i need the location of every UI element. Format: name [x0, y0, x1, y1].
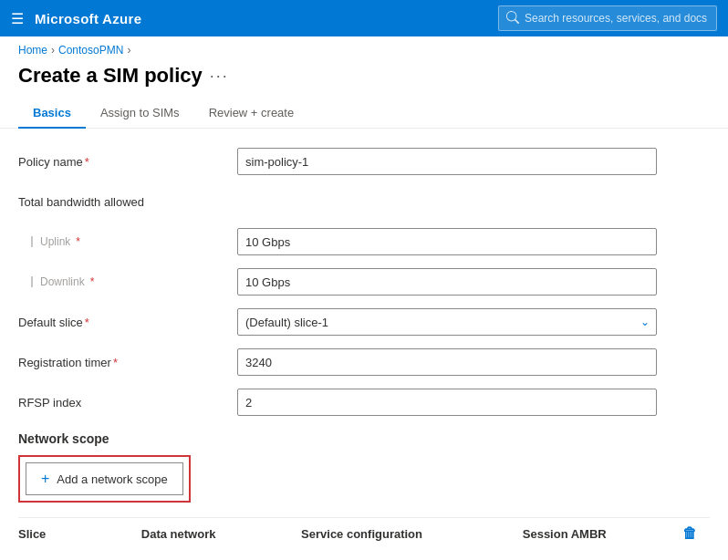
breadcrumb: Home › ContosoPMN › — [0, 36, 728, 60]
menu-icon[interactable]: ☰ — [11, 10, 24, 27]
bandwidth-label-row: Total bandwidth allowed — [18, 187, 710, 216]
rfsp-index-input[interactable] — [237, 389, 657, 416]
page-header: Create a SIM policy ··· — [0, 60, 728, 99]
breadcrumb-separator-2: › — [127, 44, 130, 57]
policy-name-row: Policy name* — [18, 147, 710, 176]
th-session-ambr: Session AMBR — [523, 527, 682, 541]
table-header: Slice Data network Service configuration… — [18, 517, 710, 549]
search-bar[interactable] — [498, 5, 717, 31]
search-input[interactable] — [525, 12, 709, 25]
uplink-label: Uplink* — [18, 235, 237, 248]
form-content: Policy name* Total bandwidth allowed Upl… — [0, 129, 728, 560]
policy-name-label: Policy name* — [18, 155, 237, 169]
th-actions: 🗑 — [682, 525, 710, 542]
uplink-input[interactable] — [237, 228, 657, 255]
th-service-configuration: Service configuration — [301, 527, 523, 541]
bandwidth-label: Total bandwidth allowed — [18, 195, 237, 209]
th-slice: Slice — [18, 527, 141, 541]
search-icon — [506, 11, 519, 26]
default-slice-label: Default slice* — [18, 316, 237, 329]
breadcrumb-home[interactable]: Home — [18, 44, 47, 57]
breadcrumb-contosopmn[interactable]: ContosoPMN — [58, 44, 123, 57]
rfsp-index-label: RFSP index — [18, 396, 237, 410]
plus-icon: + — [41, 471, 49, 487]
app-title: Microsoft Azure — [35, 11, 141, 26]
breadcrumb-separator-1: › — [51, 44, 55, 57]
th-data-network: Data network — [141, 527, 301, 541]
add-network-scope-button[interactable]: + Add a network scope — [26, 462, 183, 495]
default-slice-select-wrapper: (Default) slice-1 ⌄ — [237, 308, 657, 336]
downlink-label: Downlink* — [18, 275, 237, 288]
registration-timer-input[interactable] — [237, 348, 657, 376]
page-title: Create a SIM policy — [18, 64, 203, 88]
registration-timer-label: Registration timer* — [18, 356, 237, 369]
add-network-scope-label: Add a network scope — [57, 472, 167, 486]
registration-timer-row: Registration timer* — [18, 347, 710, 377]
topbar: ☰ Microsoft Azure — [0, 0, 728, 36]
trash-icon[interactable]: 🗑 — [682, 525, 697, 541]
page-options-button[interactable]: ··· — [210, 67, 229, 86]
default-slice-select[interactable]: (Default) slice-1 — [237, 308, 657, 336]
policy-name-input[interactable] — [237, 148, 657, 175]
add-network-scope-highlight: + Add a network scope — [18, 455, 191, 503]
rfsp-index-row: RFSP index — [18, 388, 710, 417]
downlink-input[interactable] — [237, 268, 657, 296]
network-scope-title: Network scope — [18, 431, 710, 446]
downlink-row: Downlink* — [18, 267, 710, 296]
default-slice-row: Default slice* (Default) slice-1 ⌄ — [18, 307, 710, 337]
uplink-row: Uplink* — [18, 227, 710, 256]
tab-review-create[interactable]: Review + create — [194, 99, 309, 129]
tab-basics[interactable]: Basics — [18, 99, 86, 129]
tab-bar: Basics Assign to SIMs Review + create — [0, 99, 728, 129]
tab-assign-to-sims[interactable]: Assign to SIMs — [86, 99, 194, 129]
